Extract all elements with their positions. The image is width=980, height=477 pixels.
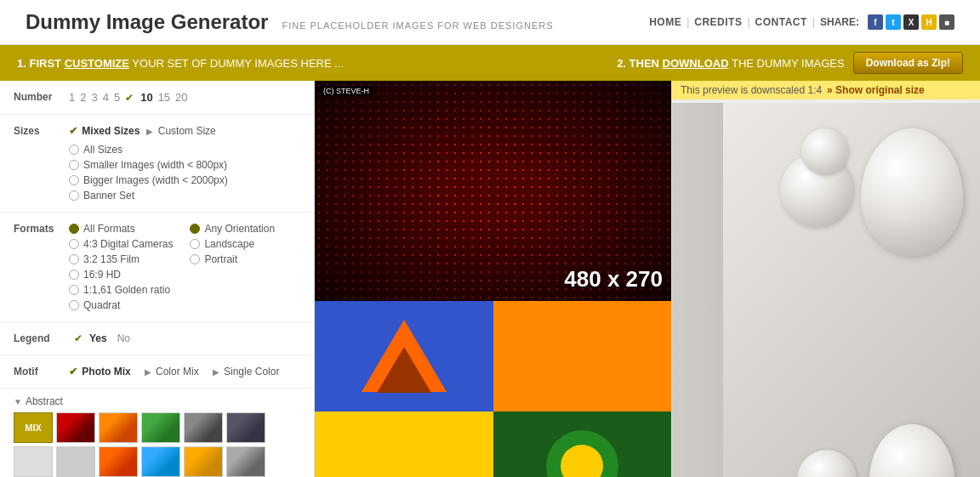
radio-golden[interactable]: [69, 285, 79, 295]
x-icon[interactable]: X: [903, 14, 919, 30]
step1-num: 1. FIRST: [17, 57, 65, 70]
radio-banner[interactable]: [69, 190, 79, 201]
left-panel: Number 1 2 3 4 5 ✔ 10 15 20 Sizes: [0, 81, 315, 477]
num-3[interactable]: 3: [91, 91, 97, 104]
radio-169[interactable]: [69, 270, 79, 280]
abstract-title: ▼ Abstract: [14, 395, 300, 407]
sq-icon[interactable]: ■: [939, 14, 954, 30]
num-2[interactable]: 2: [80, 91, 86, 104]
size-custom[interactable]: ▶ Custom Size: [146, 125, 215, 137]
thumb-light1[interactable]: [14, 446, 53, 477]
size-sub-2-label: Smaller Images (width < 800px): [83, 159, 227, 171]
show-original-link[interactable]: » Show original size: [827, 84, 925, 96]
radio-landscape[interactable]: [190, 239, 200, 249]
site-header: Dummy Image Generator FINE PLACEHOLDER I…: [0, 0, 980, 45]
image-area: (C) STEVE-H 480 x 270 (C) IMMO SEEBORGER: [315, 81, 980, 477]
image-1-credit: (C) STEVE-H: [320, 86, 373, 96]
color-arrow: ▶: [145, 367, 151, 377]
image-1-size: 480 x 270: [564, 266, 663, 292]
nav-contact[interactable]: CONTACT: [755, 16, 807, 28]
nav-sep-2: |: [747, 16, 749, 28]
fmt-43: 4:3 Digital Cameras: [69, 238, 173, 250]
abstract-label: Abstract: [26, 395, 63, 407]
wave-left: [672, 103, 723, 477]
motif-color[interactable]: ▶ Color Mix: [145, 366, 199, 378]
size-sub-1: All Sizes: [69, 144, 228, 156]
toolbar-step1: 1. FIRST CUSTOMIZE YOUR SET OF DUMMY IMA…: [17, 57, 344, 70]
fmt-169: 16:9 HD: [69, 269, 173, 281]
radio-portrait[interactable]: [190, 254, 200, 264]
fmt-any-orient: Any Orientation: [190, 223, 275, 235]
arrow-down-icon: ▼: [14, 397, 22, 406]
cell-green: [493, 412, 672, 478]
size-sub-3-label: Bigger Images (width < 2000px): [83, 174, 228, 186]
size-suboptions: All Sizes Smaller Images (width < 800px)…: [69, 144, 228, 202]
thumb-orange[interactable]: [99, 412, 138, 443]
num-5[interactable]: 5: [114, 91, 120, 104]
sphere-1: [861, 128, 963, 256]
step2-text: 2. THEN DOWNLOAD THE DUMMY IMAGES: [617, 57, 845, 70]
site-subtitle: FINE PLACEHOLDER IMAGES FOR WEB DESIGNER…: [282, 20, 553, 31]
nav-home[interactable]: HOME: [649, 16, 681, 28]
motif-photo[interactable]: ✔ Photo Mix: [69, 366, 131, 378]
radio-quadrat[interactable]: [69, 300, 79, 310]
cell-blue: [315, 301, 493, 412]
thumb-row-2: [14, 446, 300, 477]
thumb-gray[interactable]: [184, 412, 223, 443]
thumb-red[interactable]: [56, 412, 95, 443]
circle-inner: [561, 445, 603, 477]
thumb-green[interactable]: [141, 412, 180, 443]
legend-no[interactable]: No: [117, 332, 130, 344]
nav-sep-1: |: [687, 16, 689, 28]
facebook-icon[interactable]: f: [868, 14, 883, 30]
thumb-blue[interactable]: [141, 446, 180, 477]
sizes-section: Sizes ✔ Mixed Sizes ▶ Custom Size Al: [0, 115, 314, 213]
radio-43[interactable]: [69, 239, 79, 249]
radio-all-sizes[interactable]: [69, 145, 79, 155]
h-icon[interactable]: H: [921, 14, 937, 30]
nav-credits[interactable]: CREDITS: [694, 16, 742, 28]
thumb-light2[interactable]: [56, 446, 95, 477]
right-preview: This preview is downscaled 1:4 » Show or…: [672, 81, 980, 477]
triangle-inner: [377, 347, 431, 393]
thumb-fire[interactable]: [99, 446, 138, 477]
sizes-row: Sizes ✔ Mixed Sizes ▶ Custom Size Al: [14, 125, 300, 202]
sizes-options: ✔ Mixed Sizes ▶ Custom Size All Sizes: [69, 125, 228, 202]
step1-rest: YOUR SET OF DUMMY IMAGES HERE ...: [132, 57, 344, 70]
main-content: Number 1 2 3 4 5 ✔ 10 15 20 Sizes: [0, 81, 980, 477]
cell-yellow: [315, 412, 493, 478]
size-mixed[interactable]: ✔ Mixed Sizes: [69, 125, 140, 137]
arrow-right-icon: ▶: [146, 127, 153, 136]
legend-label: Legend: [14, 332, 69, 344]
toolbar-right: 2. THEN DOWNLOAD THE DUMMY IMAGES Downlo…: [617, 52, 963, 74]
radio-bigger[interactable]: [69, 175, 79, 185]
num-10-active: 10: [140, 91, 152, 104]
header-nav: HOME | CREDITS | CONTACT | SHARE: f t X …: [649, 14, 954, 30]
thumb-silver[interactable]: [226, 446, 265, 477]
preview-badge: This preview is downscaled 1:4 » Show or…: [672, 81, 980, 99]
radio-all-formats[interactable]: [69, 224, 79, 234]
twitter-icon[interactable]: t: [886, 14, 901, 30]
thumb-mix[interactable]: MIX: [14, 412, 53, 443]
number-label: Number: [14, 91, 69, 103]
download-zip-button[interactable]: Download as Zip!: [853, 52, 963, 74]
formats-section: Formats All Formats 4:3 Digital Cameras: [0, 213, 314, 322]
size-sub-4: Banner Set: [69, 190, 228, 202]
thumb-dark[interactable]: [226, 412, 265, 443]
size-sub-1-label: All Sizes: [83, 144, 122, 156]
triangle-shape: [362, 320, 447, 392]
thumb-amber[interactable]: [184, 446, 223, 477]
sizes-opts-row: ✔ Mixed Sizes ▶ Custom Size: [69, 125, 228, 137]
radio-smaller[interactable]: [69, 160, 79, 170]
size-sub-3: Bigger Images (width < 2000px): [69, 174, 228, 186]
num-20[interactable]: 20: [175, 91, 187, 104]
radio-32[interactable]: [69, 254, 79, 264]
radio-any-orient[interactable]: [190, 224, 200, 234]
motif-single[interactable]: ▶ Single Color: [213, 366, 280, 378]
fmt-golden: 1:1,61 Golden ratio: [69, 284, 173, 296]
num-4[interactable]: 4: [103, 91, 109, 104]
num-15[interactable]: 15: [158, 91, 170, 104]
step2-action: DOWNLOAD: [663, 57, 729, 70]
legend-yes[interactable]: Yes: [89, 332, 107, 344]
num-1[interactable]: 1: [69, 91, 75, 104]
